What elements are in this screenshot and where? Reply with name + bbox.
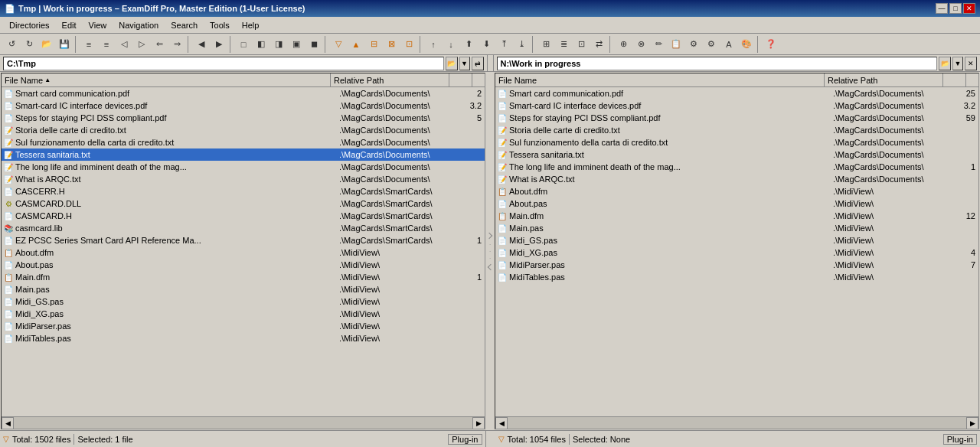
- tb-cols[interactable]: ⊡: [573, 36, 590, 53]
- tb-dn-left[interactable]: ↓: [443, 36, 459, 53]
- table-row[interactable]: 📄 Smart card communication.pdf .\MagCard…: [2, 87, 485, 100]
- table-row[interactable]: 📝 Tessera sanitaria.txt .\MagCards\Docum…: [2, 148, 485, 161]
- table-row[interactable]: 📄 CASCERR.H .\MagCards\SmartCards\: [2, 185, 485, 197]
- tb-swp[interactable]: ⇄: [590, 36, 607, 53]
- tb-settings[interactable]: ⚙: [685, 36, 702, 53]
- tb-color[interactable]: 🎨: [738, 36, 755, 53]
- table-row[interactable]: 📝 What is ARQC.txt .\MagCards\Documents\: [2, 173, 485, 185]
- menu-navigation[interactable]: Navigation: [113, 19, 165, 31]
- tb-sync-h[interactable]: ⊗: [632, 36, 649, 53]
- right-path-browse[interactable]: 📂: [939, 57, 951, 70]
- table-row[interactable]: ⚙ CASMCARD.DLL .\MagCards\SmartCards\: [2, 197, 485, 210]
- tb-save[interactable]: 💾: [56, 36, 73, 53]
- tb-filter4[interactable]: ⊠: [383, 36, 400, 53]
- left-path-browse[interactable]: 📂: [446, 57, 458, 70]
- table-row[interactable]: 📝 Storia delle carte di credito.txt .\Ma…: [495, 124, 978, 136]
- table-row[interactable]: 📄 Midi_GS.pas .\MidiView\: [2, 295, 485, 308]
- table-row[interactable]: 📄 CASMCARD.H .\MagCards\SmartCards\: [2, 210, 485, 222]
- table-row[interactable]: 📄 Main.pas .\MidiView\: [2, 283, 485, 295]
- tb-filter[interactable]: ▽: [330, 36, 347, 53]
- tb-bottom[interactable]: ⤓: [513, 36, 530, 53]
- menu-view[interactable]: View: [83, 19, 113, 31]
- table-row[interactable]: 📄 Steps for staying PCI DSS compliant.pd…: [2, 112, 485, 124]
- table-row[interactable]: 📄 MidiTables.pas .\MidiView\: [2, 332, 485, 344]
- tb-filter2[interactable]: ▲: [348, 36, 364, 53]
- table-row[interactable]: 📋 Main.dfm .\MidiView\ 1: [2, 271, 485, 283]
- menu-search[interactable]: Search: [165, 19, 204, 31]
- tb-sync-v[interactable]: ⊕: [615, 36, 632, 53]
- tb-copy-right[interactable]: ▷: [133, 36, 150, 53]
- table-row[interactable]: 📄 MidiParser.pas .\MidiView\: [2, 320, 485, 332]
- tb-move-left[interactable]: ⇐: [151, 36, 168, 53]
- right-col-size[interactable]: [943, 73, 966, 86]
- menu-tools[interactable]: Tools: [204, 19, 236, 31]
- table-row[interactable]: 📄 Smart-card IC interface devices.pdf .\…: [495, 100, 978, 112]
- table-row[interactable]: 📄 Midi_XG.pas .\MidiView\ 4: [495, 246, 978, 259]
- close-button[interactable]: ✕: [963, 3, 975, 14]
- tb-view-left[interactable]: ◧: [253, 36, 270, 53]
- tb-btn1[interactable]: ≡: [80, 36, 97, 53]
- tb-filter5[interactable]: ⊡: [400, 36, 417, 53]
- table-row[interactable]: 📄 Smart-card IC interface devices.pdf .\…: [2, 100, 485, 112]
- left-scroll-track[interactable]: [14, 417, 472, 429]
- menu-help[interactable]: Help: [236, 19, 266, 31]
- table-row[interactable]: 📄 About.pas .\MidiView\: [495, 197, 978, 210]
- tb-refresh-right[interactable]: ↻: [21, 36, 38, 53]
- tb-up-left[interactable]: ↑: [425, 36, 442, 53]
- table-row[interactable]: 📄 Main.pas .\MidiView\: [495, 222, 978, 234]
- tb-options2[interactable]: ⚙: [703, 36, 720, 53]
- tb-dn-right[interactable]: ⬇: [478, 36, 495, 53]
- right-scroll-right[interactable]: ▶: [966, 417, 978, 429]
- left-h-scrollbar[interactable]: ◀ ▶: [2, 416, 485, 429]
- tb-top[interactable]: ⤒: [495, 36, 512, 53]
- table-row[interactable]: 📝 Storia delle carte di credito.txt .\Ma…: [2, 124, 485, 136]
- table-row[interactable]: 📝 Sul funzionamento della carta di credi…: [495, 136, 978, 148]
- table-row[interactable]: 📄 Midi_XG.pas .\MidiView\: [2, 308, 485, 320]
- tb-view-opt[interactable]: ◼: [305, 36, 322, 53]
- tb-next-diff[interactable]: ▶: [211, 36, 227, 53]
- left-path-dropdown[interactable]: ▼: [459, 57, 470, 70]
- tb-grid[interactable]: ⊞: [537, 36, 554, 53]
- tb-view-right[interactable]: ◨: [270, 36, 287, 53]
- table-row[interactable]: 📝 Tessera sanitaria.txt .\MagCards\Docum…: [495, 148, 978, 161]
- menu-edit[interactable]: Edit: [56, 19, 83, 31]
- right-file-list[interactable]: 📄 Smart card communication.pdf .\MagCard…: [495, 87, 978, 416]
- right-path-clear[interactable]: ✕: [965, 57, 977, 70]
- left-col-filename[interactable]: File Name ▲: [2, 73, 331, 86]
- table-row[interactable]: 📝 The long life and imminent death of th…: [495, 161, 978, 173]
- tb-up-right[interactable]: ⬆: [460, 36, 477, 53]
- right-col-path[interactable]: Relative Path: [825, 73, 943, 86]
- left-file-list[interactable]: 📄 Smart card communication.pdf .\MagCard…: [2, 87, 485, 416]
- table-row[interactable]: 📚 casmcard.lib .\MagCards\SmartCards\: [2, 222, 485, 234]
- tb-prev-diff[interactable]: ◀: [193, 36, 210, 53]
- left-col-path[interactable]: Relative Path: [331, 73, 449, 86]
- right-scroll-left[interactable]: ◀: [495, 417, 508, 429]
- table-row[interactable]: 📄 About.pas .\MidiView\: [2, 259, 485, 271]
- right-col-filename[interactable]: File Name: [495, 73, 825, 86]
- table-row[interactable]: 📝 What is ARQC.txt .\MagCards\Documents\: [495, 173, 978, 185]
- tb-help[interactable]: ❓: [763, 36, 779, 53]
- tb-copy-clip[interactable]: 📋: [668, 36, 684, 53]
- tb-font[interactable]: A: [720, 36, 737, 53]
- tb-view-all[interactable]: □: [235, 36, 252, 53]
- tb-filter3[interactable]: ⊟: [365, 36, 382, 53]
- right-h-scrollbar[interactable]: ◀ ▶: [495, 416, 978, 429]
- table-row[interactable]: 📄 MidiParser.pas .\MidiView\ 7: [495, 259, 978, 271]
- table-row[interactable]: 📄 Midi_GS.pas .\MidiView\: [495, 234, 978, 246]
- tb-move-right[interactable]: ⇒: [168, 36, 185, 53]
- maximize-button[interactable]: □: [949, 3, 962, 14]
- right-scroll-track[interactable]: [508, 417, 966, 429]
- tb-edit[interactable]: ✏: [650, 36, 667, 53]
- center-divider[interactable]: ···: [486, 72, 494, 430]
- table-row[interactable]: 📄 MidiTables.pas .\MidiView\: [495, 271, 978, 283]
- minimize-button[interactable]: —: [936, 3, 948, 14]
- table-row[interactable]: 📄 Smart card communication.pdf .\MagCard…: [495, 87, 978, 100]
- right-path-dropdown[interactable]: ▼: [952, 57, 963, 70]
- tb-btn2[interactable]: ≡: [98, 36, 115, 53]
- tb-copy-left[interactable]: ◁: [116, 36, 132, 53]
- table-row[interactable]: 📝 The long life and imminent death of th…: [2, 161, 485, 173]
- left-scroll-right[interactable]: ▶: [472, 417, 485, 429]
- menu-directories[interactable]: Directories: [3, 19, 56, 31]
- table-row[interactable]: 📋 About.dfm .\MidiView\: [2, 246, 485, 259]
- table-row[interactable]: 📋 Main.dfm .\MidiView\ 12: [495, 210, 978, 222]
